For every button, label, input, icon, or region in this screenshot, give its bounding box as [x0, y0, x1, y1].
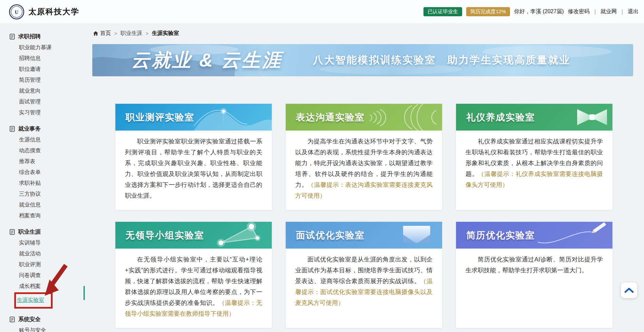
sidebar-section-header-employment-affairs[interactable]: 就业事务 — [10, 123, 85, 134]
card-description: 为提高学生在沟通表达环节中对于文字、气势以及体态的表现，系统性提升学生本身的沟通… — [286, 131, 442, 210]
sidebar-item-job-invitations[interactable]: 职位邀请 — [19, 64, 85, 75]
sidebar-item-career-lab[interactable]: 生涯实验室 — [19, 292, 85, 309]
card-header: 简历优化实验室 — [456, 222, 612, 249]
list-icon — [10, 229, 15, 235]
card-warning: （温馨提示：表达沟通实验室需要连接麦克风方可使用） — [295, 181, 433, 199]
card-description: 礼仪养成实验室通过相应实战课程切实提升学生职场礼仪和着装技巧，帮助学生打造最佳的… — [456, 131, 612, 210]
user-area: 已认证毕业生 简历完成度12% 你好，李溪 (2027届) 修改密码 | 就业网… — [423, 7, 639, 16]
card-title: 无领导小组实验室 — [126, 229, 204, 241]
card-interview-lab[interactable]: 面试优化实验室 面试优化实验室是从生涯的角度出发，以到企业面试作为基本目标，围绕… — [286, 222, 442, 328]
sidebar-item-archive-inquiry[interactable]: 档案查询 — [19, 210, 85, 221]
sidebar-item-recommendation-form[interactable]: 推荐表 — [19, 156, 85, 167]
card-communication-lab[interactable]: 表达沟通实验室 为提高学生在沟通表达环节中对于文字、气势以及体态的表现，系统性提… — [286, 104, 442, 210]
job-net-link[interactable]: 就业网 — [601, 8, 617, 15]
breadcrumb-separator: > — [146, 31, 148, 36]
card-description: 简历优化实验室通过AI诊断、简历对比提升学生求职技能，帮助学生打开求职第一道大门… — [456, 249, 612, 328]
card-leaderless-group-lab[interactable]: 无领导小组实验室 在无领导小组实验室中，主要以“互动+理论+实践”的形式进行。学… — [115, 222, 272, 328]
sidebar-section-header-job-recruitment[interactable]: 求职招聘 — [10, 31, 85, 42]
annotation-red-box: 生涯实验室 — [14, 292, 53, 309]
sidebar-section-job-recruitment: 求职招聘 职业能力慕课 招聘信息 职位邀请 简历管理 就业意向 面试管理 实习管… — [10, 31, 85, 118]
breadcrumb-home[interactable]: 首页 — [93, 30, 111, 37]
pencil-icon — [534, 222, 612, 249]
breadcrumb-career[interactable]: 职业生涯 — [120, 30, 142, 37]
university-logo-icon: U — [9, 4, 24, 20]
sidebar-item-questionnaire[interactable]: 问卷调查 — [19, 270, 85, 281]
card-resume-lab[interactable]: 简历优化实验室 简历优化实验室通过AI诊断、简历对比提升学生求职技能，帮助学生打… — [456, 222, 612, 328]
card-description: 面试优化实验室是从生涯的角度出发，以到企业面试作为基本目标，围绕培养学生面试技巧… — [286, 249, 442, 328]
card-title: 礼仪养成实验室 — [466, 111, 535, 123]
card-career-assessment-lab[interactable]: 职业测评实验室 职业测评实验室职业测评实验室通过搭载一系列测评项目，帮助学生了解… — [115, 104, 272, 210]
card-title: 表达沟通实验室 — [296, 111, 365, 123]
card-header: 表达沟通实验室 — [286, 104, 442, 131]
topbar: U 太原科技大学 已认证毕业生 简历完成度12% 你好，李溪 (2027届) 修… — [0, 0, 644, 24]
sidebar-item-career-mooc[interactable]: 职业能力慕课 — [19, 42, 85, 53]
sidebar-section-system-security: 系统安全 账号与安全 — [10, 314, 85, 332]
divider: | — [594, 9, 596, 15]
sidebar-item-interview-management[interactable]: 面试管理 — [19, 96, 85, 107]
sidebar-section-label: 系统安全 — [18, 316, 41, 323]
change-password-link[interactable]: 修改密码 — [568, 8, 590, 15]
sidebar-item-practical-training[interactable]: 实训辅导 — [19, 237, 85, 248]
card-header: 礼仪养成实验室 — [456, 104, 612, 131]
sidebar-item-career-assessment[interactable]: 职业评测 — [19, 259, 85, 270]
sidebar-item-student-source-info[interactable]: 生源信息 — [19, 134, 85, 145]
breadcrumb-current: 生涯实验室 — [152, 30, 179, 37]
card-header: 面试优化实验室 — [286, 222, 442, 249]
breadcrumb: 首页 > 职业生涯 > 生涯实验室 — [93, 30, 179, 37]
sidebar-item-employment-info[interactable]: 就业信息 — [19, 199, 85, 210]
sidebar-item-employment-activities[interactable]: 就业活动 — [19, 248, 85, 259]
list-icon — [10, 316, 15, 323]
logout-link[interactable]: 退出 — [628, 8, 639, 15]
sidebar-item-resume-management[interactable]: 简历管理 — [19, 75, 85, 85]
user-greeting: 你好，李溪 (2027届) — [514, 8, 564, 15]
sidebar-item-career-lab-label[interactable]: 生涯实验室 — [17, 297, 44, 303]
sound-wave-icon — [364, 104, 442, 131]
network-icon — [201, 222, 272, 249]
banner-title: 云就业 & 云生涯 — [131, 48, 282, 73]
sidebar-item-dynamic-survey[interactable]: 动态摸查 — [19, 145, 85, 156]
card-title: 简历优化实验室 — [466, 229, 535, 241]
sidebar-item-recruitment-info[interactable]: 招聘信息 — [19, 53, 85, 64]
sidebar-item-employment-intention[interactable]: 就业意向 — [19, 85, 85, 96]
wave-icon — [194, 104, 272, 131]
sidebar-section-header-career[interactable]: 职业生涯 — [10, 227, 85, 237]
envelope-icon — [391, 222, 442, 249]
card-etiquette-lab[interactable]: 礼仪养成实验室 礼仪养成实验室通过相应实战课程切实提升学生职场礼仪和着装技巧，帮… — [456, 104, 612, 210]
university-name: 太原科技大学 — [29, 6, 79, 17]
list-icon — [10, 34, 15, 40]
back-to-top-button[interactable] — [621, 282, 637, 298]
sidebar-section-career: 职业生涯 实训辅导 就业活动 职业评测 问卷调查 成长档案 生涯实验室 — [10, 227, 85, 309]
sidebar-item-internship-management[interactable]: 实习管理 — [19, 107, 85, 118]
card-title: 面试优化实验室 — [296, 229, 365, 241]
verified-graduate-badge: 已认证毕业生 — [423, 7, 462, 16]
card-warning: （温馨提示：礼仪养成实验室需要连接电脑摄像头方可使用） — [466, 171, 603, 188]
card-description: 职业测评实验室职业测评实验室通过搭载一系列测评项目，帮助学生了解个人特质与职业的… — [115, 131, 272, 210]
card-header: 职业测评实验室 — [115, 104, 272, 131]
sidebar-item-account-security[interactable]: 账号与安全 — [19, 325, 85, 332]
card-title: 职业测评实验室 — [126, 111, 194, 123]
sidebar-section-label: 职业生涯 — [18, 228, 41, 236]
breadcrumb-home-label: 首页 — [100, 30, 111, 37]
career-lab-banner: 云就业 & 云生涯 八大智能模拟训练实验室 助力学生实现高质量就业 — [92, 44, 633, 76]
card-description: 在无领导小组实验室中，主要以“互动+理论+实践”的形式进行。学生可通过移动端观看… — [115, 249, 272, 328]
divider: | — [622, 9, 623, 15]
resume-completion-badge[interactable]: 简历完成度12% — [466, 7, 510, 16]
university-brand[interactable]: U 太原科技大学 — [9, 4, 79, 20]
sidebar-item-growth-archive[interactable]: 成长档案 — [19, 281, 85, 292]
sidebar-item-tripartite-agreement[interactable]: 三方协议 — [19, 189, 85, 199]
sidebar-section-label: 求职招聘 — [18, 33, 41, 40]
sidebar: 求职招聘 职业能力慕课 招聘信息 职位邀请 简历管理 就业意向 面试管理 实习管… — [0, 24, 85, 332]
lab-cards-grid: 职业测评实验室 职业测评实验室职业测评实验室通过搭载一系列测评项目，帮助学生了解… — [115, 104, 612, 328]
sidebar-section-employment-affairs: 就业事务 生源信息 动态摸查 推荐表 综合表单 求职补贴 三方协议 就业信息 档… — [10, 123, 85, 221]
breadcrumb-separator: > — [114, 31, 117, 36]
banner-subtitle: 八大智能模拟训练实验室 助力学生实现高质量就业 — [313, 53, 570, 67]
sidebar-item-comprehensive-forms[interactable]: 综合表单 — [19, 167, 85, 178]
chevron-up-icon — [624, 287, 634, 293]
sidebar-section-header-system-security[interactable]: 系统安全 — [10, 314, 85, 325]
list-icon — [10, 126, 15, 132]
sidebar-item-job-subsidy[interactable]: 求职补贴 — [19, 178, 85, 189]
bowtie-icon — [572, 104, 612, 131]
svg-text:U: U — [15, 9, 19, 15]
scrollbar-thumb[interactable] — [83, 286, 85, 300]
home-icon — [93, 31, 98, 36]
